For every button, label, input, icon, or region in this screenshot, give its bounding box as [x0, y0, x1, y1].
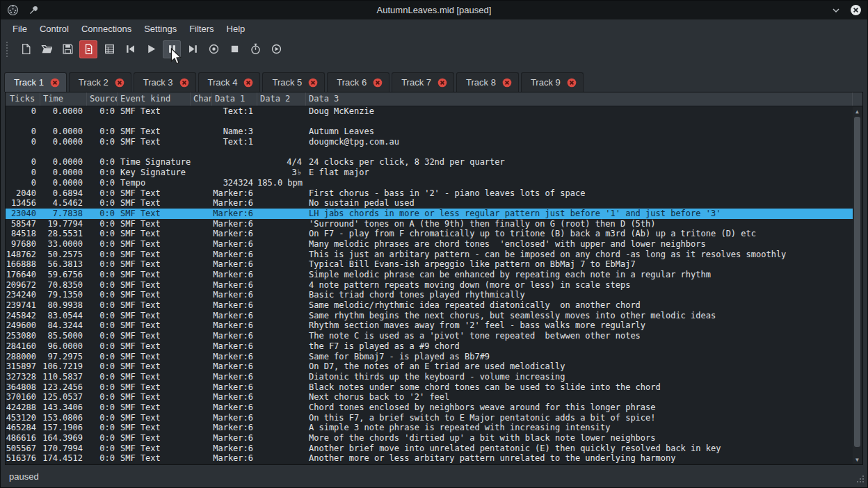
tab-track-2[interactable]: Track 2	[69, 72, 131, 92]
cell-d1: Marker:6	[212, 402, 257, 413]
table-row[interactable]: 465284157.19060:0SMF TextMarker:6A simpl…	[6, 423, 853, 433]
tab-close-icon[interactable]	[308, 78, 318, 88]
tab-track-4[interactable]: Track 4	[198, 72, 261, 92]
cell-d1	[212, 168, 257, 178]
pause-button[interactable]	[163, 40, 181, 58]
menu-item-file[interactable]: File	[6, 22, 33, 36]
tab-close-icon[interactable]	[373, 78, 383, 88]
tab-close-icon[interactable]	[179, 78, 189, 88]
table-row[interactable]: 505567170.79940:0SMF TextMarker:6Another…	[6, 444, 853, 454]
table-row[interactable]: 00.00000:0SMF TextText:1dougmck@tpg.com.…	[6, 137, 853, 147]
cell-d1: Marker:6	[212, 311, 257, 321]
tab-track-6[interactable]: Track 6	[327, 72, 389, 92]
tab-close-icon[interactable]	[115, 78, 124, 88]
tab-close-icon[interactable]	[502, 78, 512, 88]
menu-item-connections[interactable]: Connections	[75, 22, 138, 36]
table-row[interactable]: 20967270.83500:0SMF TextMarker:64 note p…	[6, 280, 853, 291]
column-header-chan[interactable]: Chan	[191, 92, 212, 106]
table-row[interactable]: 00.00000:0SMF TextName:3Autumn Leaves	[6, 127, 853, 137]
table-row[interactable]: 516376174.45120:0SMF TextMarker:6Another…	[6, 453, 853, 464]
pause-icon	[166, 43, 178, 55]
cell-chan	[191, 106, 212, 117]
tab-track-3[interactable]: Track 3	[134, 72, 196, 92]
table-row[interactable]: 453120153.08060:0SMF TextMarker:6On this…	[6, 413, 853, 423]
tab-track-5[interactable]: Track 5	[262, 72, 325, 92]
table-row[interactable]: 00.00000:0SMF TextText:1Doug McKenzie	[6, 106, 853, 117]
tab-close-icon[interactable]	[50, 78, 60, 88]
table-row[interactable]: 23424079.13500:0SMF TextMarker:6Basic tr…	[6, 290, 853, 300]
table-row[interactable]: 327328110.58370:0SMF TextMarker:6Diatoni…	[6, 372, 853, 382]
column-header-data1[interactable]: Data 1	[212, 92, 257, 106]
table-row[interactable]: 230407.78380:0SMF TextMarker:6LH jabs ch…	[6, 209, 853, 219]
titlebar[interactable]: AutumnLeaves.mid [paused]	[1, 1, 867, 19]
record-icon	[208, 43, 220, 55]
table-row[interactable]: 28800097.29750:0SMF TextMarker:6Same for…	[6, 352, 853, 362]
save-file-button[interactable]	[58, 40, 77, 58]
table-row[interactable]: 24960084.32440:0SMF TextMarker:6Rhythm s…	[6, 320, 853, 331]
menu-item-settings[interactable]: Settings	[138, 22, 183, 36]
table-row[interactable]: 315897106.72190:0SMF TextMarker:6On D7, …	[6, 361, 853, 372]
record-toggle-button[interactable]	[79, 40, 97, 58]
table-row[interactable]: 00.00000:0Key Signature3♭E flat major	[6, 168, 853, 178]
toolbar-drag-handle[interactable]	[6, 42, 10, 57]
table-row[interactable]: 364808123.24560:0SMF TextMarker:6Black n…	[6, 382, 853, 393]
table-row[interactable]: 486616164.39690:0SMF TextMarker:6More of…	[6, 433, 853, 444]
pin-icon[interactable]	[27, 4, 40, 17]
tab-track-9[interactable]: Track 9	[521, 72, 584, 92]
event-list-button[interactable]	[100, 40, 118, 58]
cell-d3: dougmck@tpg.com.au	[306, 137, 853, 147]
table-row[interactable]: 17664059.67560:0SMF TextMarker:6Simple m…	[6, 270, 853, 280]
skip-backward-button[interactable]	[121, 40, 139, 58]
tab-close-icon[interactable]	[243, 78, 253, 88]
new-file-button[interactable]	[17, 40, 35, 58]
tab-close-icon[interactable]	[437, 78, 447, 88]
table-row[interactable]: 16688856.38130:0SMF TextMarker:6Typical …	[6, 259, 853, 270]
tab-track-8[interactable]: Track 8	[456, 72, 519, 92]
play-button[interactable]	[142, 40, 160, 58]
table-row[interactable]: 28416096.00000:0SMF TextMarker:6the F7 i…	[6, 341, 853, 352]
vertical-scrollbar[interactable]: ▲ ▼	[853, 107, 862, 464]
tab-track-1[interactable]: Track 1	[4, 72, 67, 92]
cell-chan	[191, 311, 212, 321]
table-row[interactable]: 24584283.05440:0SMF TextMarker:6Same rhy…	[6, 311, 853, 321]
menu-item-help[interactable]: Help	[220, 22, 252, 36]
metronome-button[interactable]	[267, 40, 285, 58]
stop-button[interactable]	[225, 40, 243, 58]
resize-grip[interactable]	[855, 475, 864, 484]
column-header-source[interactable]: Source	[87, 92, 118, 106]
table-row[interactable]: 23974180.99380:0SMF TextMarker:6Same mel…	[6, 300, 853, 311]
cell-d2	[257, 106, 306, 117]
cell-chan	[191, 413, 212, 423]
column-header-event-kind[interactable]: Event kind	[118, 92, 191, 106]
column-header-time[interactable]: Time	[40, 92, 87, 106]
table-row[interactable]: 9768033.00000:0SMF TextMarker:6Many melo…	[6, 239, 853, 250]
cell-ticks: 58547	[6, 219, 40, 229]
timer-button[interactable]	[246, 40, 264, 58]
column-header-data2[interactable]: Data 2	[257, 92, 306, 106]
window-title: AutumnLeaves.mid [paused]	[1, 5, 867, 15]
table-row[interactable]: 25308085.50000:0SMF TextMarker:6The note…	[6, 331, 853, 341]
table-row[interactable]: 8451828.55310:0SMF TextMarker:6On F7 - p…	[6, 229, 853, 239]
scroll-down-icon[interactable]: ▼	[853, 455, 862, 464]
menu-item-filters[interactable]: Filters	[183, 22, 220, 36]
table-row[interactable]: 14876250.25750:0SMF TextMarker:6This is …	[6, 250, 853, 260]
table-row[interactable]: 00.00000:0Tempo324324185.0 bpm	[6, 178, 853, 188]
close-button[interactable]	[849, 4, 862, 17]
record-button[interactable]	[204, 40, 223, 58]
table-row[interactable]: 00.00000:0Time Signature4/424 clocks per…	[6, 157, 853, 168]
scrollbar-thumb[interactable]	[854, 117, 860, 447]
table-row[interactable]: 134564.54620:0SMF TextMarker:6No sustain…	[6, 198, 853, 209]
column-header-data3[interactable]: Data 3	[306, 92, 853, 106]
tab-close-icon[interactable]	[567, 78, 577, 88]
skip-forward-button[interactable]	[184, 40, 202, 58]
menu-item-control[interactable]: Control	[33, 22, 75, 36]
table-row[interactable]: 424288143.34060:0SMF TextMarker:6Chord t…	[6, 402, 853, 413]
tab-track-7[interactable]: Track 7	[392, 72, 454, 92]
table-row[interactable]: 370160125.05370:0SMF TextMarker:6Next ch…	[6, 392, 853, 402]
table-row[interactable]: 5854719.77940:0SMF TextMarker:6'Surround…	[6, 219, 853, 229]
column-header-ticks[interactable]: Ticks	[6, 92, 40, 106]
scroll-up-icon[interactable]: ▲	[853, 107, 862, 115]
open-file-button[interactable]	[38, 40, 56, 58]
shade-chevron-icon[interactable]	[830, 4, 842, 17]
table-row[interactable]: 20400.68940:0SMF TextMarker:6First choru…	[6, 188, 853, 199]
